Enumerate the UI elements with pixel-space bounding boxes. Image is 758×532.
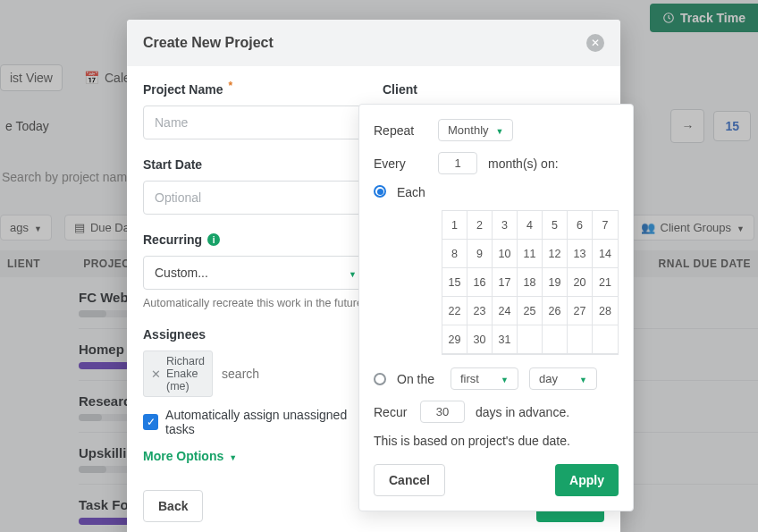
project-name-label: Project Name* — [143, 82, 368, 97]
cancel-button[interactable]: Cancel — [374, 464, 445, 496]
on-the-radio[interactable] — [374, 373, 386, 385]
day-cell[interactable]: 22 — [442, 297, 467, 325]
on-the-label: On the — [397, 372, 440, 386]
day-cell[interactable]: 21 — [593, 268, 618, 297]
day-cell[interactable]: 26 — [543, 297, 568, 325]
day-cell[interactable]: 23 — [467, 297, 493, 325]
day-cell[interactable]: 8 — [442, 240, 467, 268]
recur-note: This is based on project's due date. — [374, 434, 619, 448]
project-name-input[interactable] — [143, 106, 368, 139]
day-cell[interactable]: 9 — [467, 240, 493, 268]
day-cell[interactable]: 5 — [543, 211, 568, 240]
every-label: Every — [374, 156, 427, 171]
recurring-popover: Repeat Monthly Every month(s) on: Each 1… — [358, 104, 634, 511]
start-date-label: Start Date — [143, 157, 368, 172]
repeat-label: Repeat — [374, 123, 427, 138]
every-input[interactable] — [438, 152, 477, 174]
day-cell[interactable]: 25 — [518, 297, 543, 325]
day-cell[interactable]: 13 — [568, 240, 593, 268]
ordinal-select[interactable]: first — [451, 367, 518, 390]
day-cell[interactable]: 30 — [467, 325, 493, 354]
day-cell-empty — [543, 325, 568, 354]
client-label: Client — [383, 82, 604, 97]
day-cell[interactable]: 20 — [568, 268, 593, 297]
day-cell[interactable]: 19 — [543, 268, 568, 297]
day-cell-empty — [568, 325, 593, 354]
day-cell[interactable]: 29 — [442, 325, 467, 354]
day-cell[interactable]: 7 — [593, 211, 618, 240]
assignees-label: Assignees — [143, 327, 368, 342]
day-cell[interactable]: 16 — [467, 268, 493, 297]
every-suffix: month(s) on: — [488, 156, 559, 171]
day-cell[interactable]: 14 — [593, 240, 618, 268]
each-radio[interactable] — [374, 185, 386, 198]
recurring-hint: Automatically recreate this work in the … — [143, 297, 368, 309]
day-cell[interactable]: 10 — [493, 240, 518, 268]
day-cell[interactable]: 11 — [518, 240, 543, 268]
auto-assign-label: Automatically assign unassigned tasks — [165, 408, 368, 436]
recurring-select[interactable]: Custom... — [143, 256, 368, 290]
chevron-down-icon — [229, 449, 237, 463]
day-cell[interactable]: 1 — [442, 211, 467, 240]
apply-button[interactable]: Apply — [555, 464, 619, 496]
assignee-chip[interactable]: ✕ Richard Enake (me) — [143, 350, 213, 397]
modal-title: Create New Project — [143, 35, 274, 51]
day-cell[interactable]: 31 — [493, 325, 518, 354]
day-cell[interactable]: 18 — [518, 268, 543, 297]
day-cell[interactable]: 12 — [543, 240, 568, 268]
day-cell[interactable]: 15 — [442, 268, 467, 297]
recur-label: Recur — [374, 405, 409, 419]
day-cell[interactable]: 24 — [493, 297, 518, 325]
more-options-toggle[interactable]: More Options — [143, 449, 368, 463]
day-cell[interactable]: 4 — [518, 211, 543, 240]
chevron-down-icon — [579, 374, 587, 384]
chevron-down-icon — [501, 374, 509, 384]
back-button[interactable]: Back — [143, 490, 203, 522]
close-button[interactable]: ✕ — [586, 34, 604, 52]
day-cell[interactable]: 27 — [568, 297, 593, 325]
auto-assign-checkbox[interactable]: ✓ — [143, 414, 158, 430]
remove-chip-icon[interactable]: ✕ — [151, 367, 161, 381]
info-icon: i — [207, 233, 220, 246]
day-cell[interactable]: 3 — [493, 211, 518, 240]
day-cell[interactable]: 6 — [568, 211, 593, 240]
day-cell[interactable]: 2 — [467, 211, 493, 240]
recurring-label: Recurring i — [143, 232, 368, 247]
chevron-down-icon — [349, 266, 357, 280]
day-grid: 1234567891011121314151617181920212223242… — [442, 210, 619, 355]
recur-suffix: days in advance. — [476, 405, 569, 419]
each-label: Each — [397, 185, 440, 199]
recur-input[interactable] — [420, 401, 465, 423]
day-cell[interactable]: 28 — [593, 297, 618, 325]
day-cell-empty — [593, 325, 618, 354]
chevron-down-icon — [496, 125, 504, 136]
close-icon: ✕ — [591, 37, 600, 49]
day-select[interactable]: day — [529, 367, 597, 390]
day-cell-empty — [518, 325, 543, 354]
assignee-search-input[interactable] — [222, 367, 378, 381]
day-cell[interactable]: 17 — [493, 268, 518, 297]
repeat-select[interactable]: Monthly — [438, 119, 513, 141]
start-date-input[interactable] — [143, 181, 368, 215]
